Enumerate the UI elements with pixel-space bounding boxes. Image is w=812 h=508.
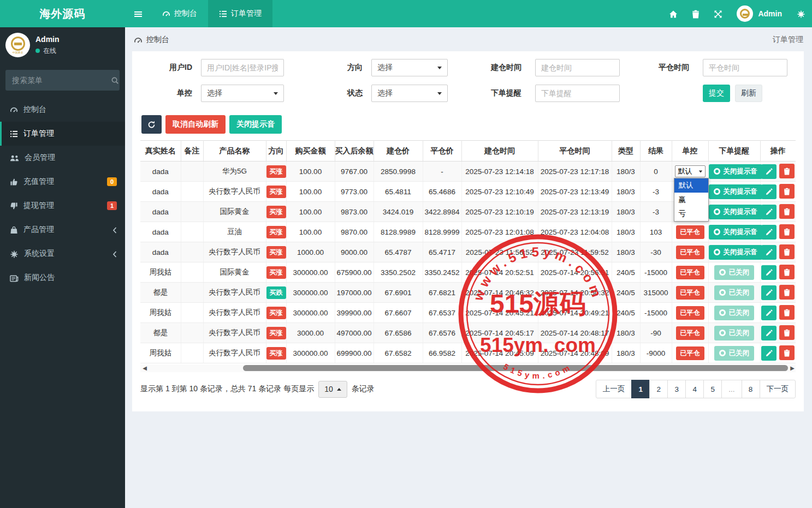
column-header[interactable]: 单控 (672, 141, 708, 162)
breadcrumb-current[interactable]: 控制台 (146, 35, 169, 45)
edit-button[interactable] (761, 326, 777, 340)
sidebar-item-充值管理[interactable]: 充值管理0 (0, 170, 125, 194)
edit-button[interactable] (761, 184, 777, 199)
column-header[interactable]: 结果 (640, 141, 672, 162)
reminder-closed-button[interactable]: 已关闭 (714, 346, 755, 361)
delete-button[interactable] (779, 265, 795, 279)
sidebar-item-产品管理[interactable]: 产品管理 (0, 218, 125, 242)
edit-button[interactable] (761, 205, 777, 219)
dropdown-option[interactable]: 默认 (674, 178, 708, 193)
nav-item-dashboard[interactable]: 控制台 (151, 0, 208, 27)
delete-button[interactable] (779, 285, 795, 300)
scrollbar-thumb[interactable] (243, 365, 788, 371)
sidebar-item-系统设置[interactable]: 系统设置 (0, 242, 125, 266)
edit-button[interactable] (761, 265, 777, 280)
delete-button[interactable] (779, 345, 795, 360)
gears-icon (797, 9, 805, 18)
pagination-page-4[interactable]: 4 (685, 380, 704, 398)
close-sound-row-button[interactable]: 关闭提示音 (709, 184, 763, 199)
open-time-input[interactable] (535, 59, 620, 76)
close-sound-row-button[interactable]: 关闭提示音 (709, 164, 763, 179)
scroll-right-arrow-icon[interactable]: ▶ (789, 365, 796, 371)
search-button[interactable] (111, 72, 119, 88)
home-button[interactable] (662, 0, 684, 27)
sidebar-item-提现管理[interactable]: 提现管理1 (0, 194, 125, 218)
cancel-auto-refresh-button[interactable]: 取消自动刷新 (165, 115, 226, 134)
sidebar-item-会员管理[interactable]: 会员管理 (0, 146, 125, 170)
pagination-page-8[interactable]: 8 (742, 380, 760, 398)
sidebar-item-订单管理[interactable]: 订单管理 (0, 122, 125, 146)
refresh-button[interactable]: 刷新 (735, 85, 762, 102)
delete-button[interactable] (779, 325, 795, 340)
reminder-closed-button[interactable]: 已关闭 (714, 306, 755, 320)
page-size-select[interactable]: 10 (318, 381, 347, 398)
pagination-page-1[interactable]: 1 (631, 380, 650, 398)
column-header[interactable]: 平仓时间 (538, 141, 612, 162)
column-header[interactable]: 产品名称 (203, 141, 266, 162)
column-header[interactable]: 买入后余额 (335, 141, 374, 162)
delete-button[interactable] (779, 244, 795, 259)
reminder-closed-button[interactable]: 已关闭 (714, 285, 755, 300)
navbar-user-menu[interactable]: Admin (729, 5, 790, 22)
close-time-input[interactable] (703, 59, 787, 76)
delete-button[interactable] (779, 305, 795, 320)
pagination-page-2[interactable]: 2 (649, 380, 668, 398)
search-input[interactable] (12, 76, 111, 85)
close-sound-row-button[interactable]: 关闭提示音 (709, 225, 763, 240)
user-id-input[interactable] (201, 59, 284, 76)
settings-button[interactable] (790, 0, 812, 27)
column-header[interactable]: 类型 (612, 141, 640, 162)
edit-button[interactable] (761, 164, 777, 179)
submit-button[interactable]: 提交 (703, 85, 730, 102)
direction-select[interactable]: 选择 (371, 59, 448, 76)
reload-table-button[interactable] (141, 115, 162, 134)
circle-icon (714, 249, 720, 255)
nav-item-orders[interactable]: 订单管理 (208, 0, 272, 27)
column-header[interactable]: 下单提醒 (708, 141, 760, 162)
status-select[interactable]: 选择 (371, 85, 448, 102)
sidebar-toggle-button[interactable] (125, 0, 151, 27)
edit-button[interactable] (761, 285, 777, 300)
avatar[interactable]: 中国黄金 (5, 33, 30, 57)
edit-button[interactable] (761, 245, 777, 260)
column-header[interactable]: 建仓时间 (461, 141, 538, 162)
column-header[interactable]: 方向 (266, 141, 286, 162)
dropdown-option[interactable]: 亏 (674, 207, 708, 221)
pagination-page-5[interactable]: 5 (703, 380, 722, 398)
close-sound-row-button[interactable]: 关闭提示音 (709, 245, 763, 260)
close-sound-row-button[interactable]: 关闭提示音 (709, 205, 763, 219)
column-header[interactable]: 真实姓名 (140, 141, 181, 162)
row-control-select[interactable]: 默认 (675, 165, 706, 177)
close-sound-button[interactable]: 关闭提示音 (229, 115, 282, 134)
scroll-left-arrow-icon[interactable]: ◀ (141, 365, 148, 371)
pagination-next[interactable]: 下一页 (760, 380, 796, 398)
pagination-ellipsis[interactable]: ... (721, 380, 742, 398)
edit-button[interactable] (761, 306, 777, 320)
column-header[interactable]: 建仓价 (374, 141, 423, 162)
delete-button[interactable] (779, 164, 795, 178)
column-header[interactable]: 购买金额 (286, 141, 335, 162)
column-header[interactable]: 操作 (760, 141, 796, 162)
reminder-closed-button[interactable]: 已关闭 (714, 326, 755, 340)
pagination-prev[interactable]: 上一页 (596, 380, 632, 398)
expand-button[interactable] (707, 0, 729, 27)
control-select[interactable]: 选择 (201, 85, 284, 102)
dropdown-option[interactable]: 赢 (674, 193, 708, 207)
reminder-closed-button[interactable]: 已关闭 (714, 265, 755, 280)
edit-button[interactable] (761, 346, 777, 361)
column-header[interactable]: 平仓价 (423, 141, 461, 162)
delete-button[interactable] (779, 184, 795, 199)
brand-logo[interactable]: 海外源码 (0, 0, 125, 27)
delete-button[interactable] (779, 224, 795, 239)
horizontal-scrollbar[interactable]: ◀ ▶ (140, 364, 796, 372)
sidebar-item-控制台[interactable]: 控制台 (0, 98, 125, 122)
delete-button[interactable] (779, 204, 795, 219)
reminder-input[interactable] (535, 85, 620, 102)
pagination-page-3[interactable]: 3 (667, 380, 686, 398)
trash-button[interactable] (684, 0, 707, 27)
column-header[interactable]: 备注 (181, 141, 203, 162)
edit-button[interactable] (761, 225, 777, 240)
cell-amount: 300000.00 (286, 343, 335, 363)
sidebar-item-新闻公告[interactable]: 新闻公告 (0, 266, 125, 290)
cell-note (181, 323, 203, 343)
